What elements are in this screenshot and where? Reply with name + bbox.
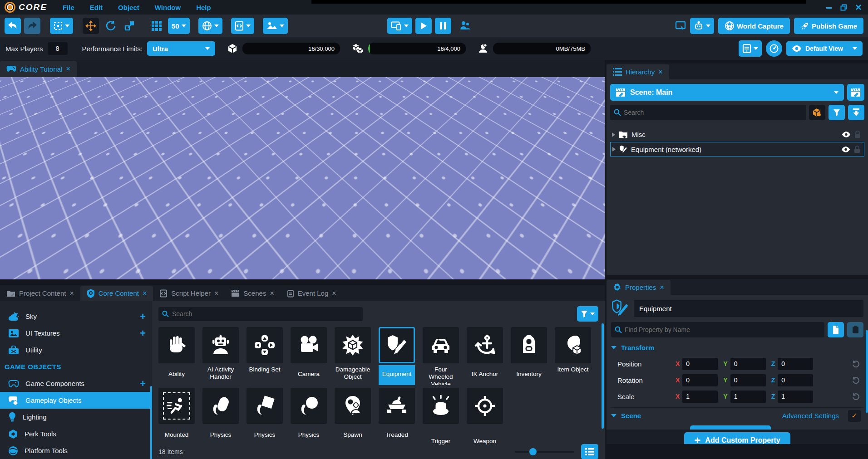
position-y-input[interactable]: 0 — [730, 358, 766, 370]
content-item-item-object[interactable]: Item Object — [555, 327, 591, 385]
translate-gizmo[interactable] — [271, 135, 390, 226]
close-tab-icon[interactable]: × — [658, 68, 662, 76]
reset-icon[interactable] — [852, 360, 860, 368]
menu-window[interactable]: Window — [155, 4, 181, 11]
menu-object[interactable]: Object — [118, 4, 139, 11]
hierarchy-search-input[interactable] — [610, 105, 806, 120]
add-icon[interactable]: + — [140, 311, 146, 322]
preview-device-dropdown[interactable] — [387, 18, 412, 34]
content-item-physics-sphere[interactable]: Physics — [291, 388, 327, 446]
content-item-damageable-object[interactable]: Damageable Object — [335, 327, 371, 385]
close-tab-icon[interactable]: × — [66, 65, 70, 73]
tile-size-slider[interactable] — [515, 451, 574, 453]
script-dropdown[interactable] — [231, 18, 254, 34]
bot-dropdown[interactable] — [690, 18, 714, 34]
add-icon[interactable]: + — [140, 327, 146, 339]
close-icon[interactable] — [855, 4, 862, 10]
performance-limits-dropdown[interactable]: Ultra — [147, 41, 215, 56]
properties-scrollbar[interactable] — [866, 330, 868, 413]
content-item-physics-capsule[interactable]: Physics — [202, 388, 239, 446]
content-item-trigger[interactable]: Trigger — [423, 388, 459, 446]
add-custom-property-button[interactable]: + Add Custom Property — [684, 432, 790, 444]
advanced-settings-checkbox[interactable]: ✓ — [848, 410, 861, 422]
max-players-value[interactable]: 8 — [48, 42, 68, 55]
minimize-icon[interactable] — [826, 4, 832, 10]
close-tab-icon[interactable]: × — [270, 289, 274, 298]
content-item-equipment[interactable]: Equipment — [379, 327, 415, 385]
screen-share-icon[interactable] — [675, 21, 686, 31]
content-item-weapon[interactable]: Weapon — [467, 388, 503, 446]
content-search-input[interactable] — [158, 307, 363, 321]
rotation-z-input[interactable]: 0 — [778, 374, 813, 386]
paste-properties-button[interactable] — [847, 322, 863, 337]
publish-game-button[interactable]: Publish Game — [794, 18, 863, 34]
position-z-input[interactable]: 0 — [778, 358, 813, 370]
tab-script-helper[interactable]: Script Helper × — [153, 286, 225, 301]
list-view-button[interactable] — [581, 444, 598, 459]
content-item-ability[interactable]: Ability — [158, 327, 195, 385]
object-name-input[interactable] — [634, 300, 863, 317]
content-item-spawn[interactable]: Spawn — [335, 388, 371, 446]
close-tab-icon[interactable]: × — [214, 289, 218, 298]
sidebar-item-lighting[interactable]: Lighting — [0, 409, 152, 425]
rotation-x-input[interactable]: 0 — [682, 374, 718, 386]
lock-icon[interactable] — [854, 146, 860, 153]
world-capture-button[interactable]: World Capture — [718, 18, 790, 34]
slider-thumb[interactable] — [529, 448, 537, 455]
default-view-dropdown[interactable]: Default View — [786, 41, 863, 56]
expand-icon[interactable] — [612, 132, 615, 137]
play-button[interactable] — [415, 18, 432, 34]
reset-icon[interactable] — [852, 393, 860, 400]
content-item-binding-set[interactable]: Binding Set — [247, 327, 283, 385]
rotation-y-input[interactable]: 0 — [730, 374, 766, 386]
tab-scenes[interactable]: Scenes × — [225, 286, 280, 301]
scene-selector-dropdown[interactable]: Scene: Main — [610, 84, 844, 101]
scale-x-input[interactable]: 1 — [682, 391, 718, 403]
content-item-treaded[interactable]: Treaded — [379, 388, 415, 446]
select-tool-button[interactable] — [50, 18, 73, 34]
content-item-inventory[interactable]: Inventory — [511, 327, 547, 385]
tab-hierarchy[interactable]: Hierarchy × — [607, 64, 669, 79]
tab-core-content[interactable]: Core Content × — [80, 286, 153, 301]
terrain-dropdown[interactable] — [263, 18, 288, 34]
lock-icon[interactable] — [854, 131, 861, 138]
performance-gauge-button[interactable] — [766, 40, 782, 57]
hierarchy-filter-button[interactable] — [829, 105, 845, 120]
content-scrollbar[interactable] — [602, 323, 604, 429]
scene-manager-button[interactable] — [847, 84, 864, 101]
menu-help[interactable]: Help — [196, 4, 211, 11]
networked-cube-button[interactable] — [809, 105, 825, 120]
redo-button[interactable] — [24, 18, 40, 34]
visibility-eye-icon[interactable] — [841, 146, 850, 152]
close-tab-icon[interactable]: × — [143, 289, 147, 298]
add-icon[interactable]: + — [140, 378, 146, 390]
tab-ability-tutorial[interactable]: Ability Tutorial × — [0, 61, 77, 77]
menu-edit[interactable]: Edit — [90, 4, 103, 11]
scene-section-header[interactable]: Scene Advanced Settings ✓ — [611, 407, 863, 424]
content-item-camera[interactable]: Camera — [291, 327, 327, 385]
undo-button[interactable] — [5, 18, 21, 34]
hierarchy-row-equipment[interactable]: Equipment (networked) — [610, 142, 864, 156]
scale-z-input[interactable]: 1 — [778, 391, 813, 403]
multiplayer-preview-icon[interactable] — [459, 20, 471, 31]
sidebar-item-sky[interactable]: Sky + — [0, 308, 152, 325]
sidebar-item-game-components[interactable]: Game Components + — [0, 375, 152, 392]
save-options-dropdown[interactable] — [739, 40, 762, 57]
content-item-ik-anchor[interactable]: IK Anchor — [467, 327, 503, 385]
reset-icon[interactable] — [852, 376, 860, 384]
import-button[interactable] — [848, 105, 864, 120]
close-tab-icon[interactable]: × — [332, 289, 336, 298]
visibility-eye-icon[interactable] — [842, 132, 851, 137]
position-x-input[interactable]: 0 — [682, 358, 718, 370]
restore-icon[interactable] — [840, 4, 847, 11]
content-item-four-wheeled-vehicle[interactable]: Four Wheeled Vehicle — [423, 327, 459, 385]
sidebar-item-utility[interactable]: Utility — [0, 342, 152, 358]
close-tab-icon[interactable]: × — [69, 289, 74, 298]
sidebar-item-ui-textures[interactable]: UI Textures + — [0, 325, 152, 342]
expand-icon[interactable] — [612, 147, 616, 151]
move-tool-button[interactable] — [83, 18, 99, 34]
close-tab-icon[interactable]: × — [660, 283, 664, 292]
content-item-physics-cube[interactable]: Physics — [247, 388, 283, 446]
scale-tool-button[interactable] — [122, 18, 138, 34]
advanced-settings-link[interactable]: Advanced Settings — [782, 412, 839, 420]
